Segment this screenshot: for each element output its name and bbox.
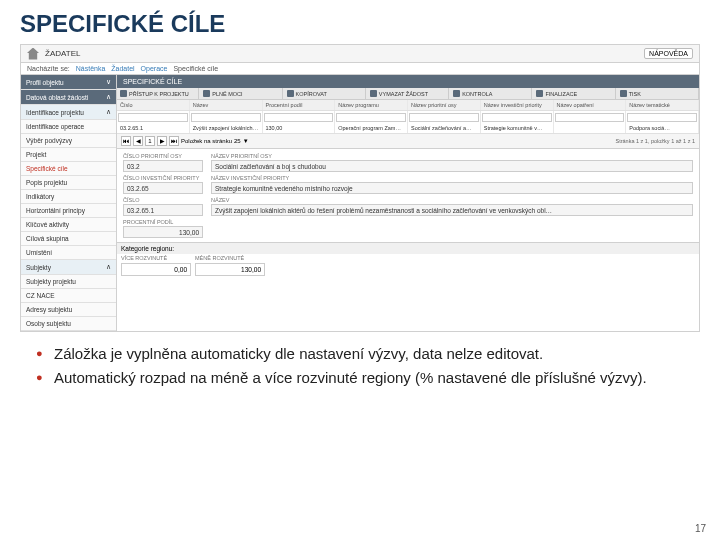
region-headers: VÍCE ROZVINUTÉ MÉNĚ ROZVINUTÉ [117, 254, 699, 262]
sidebar-item[interactable]: Subjekty∧ [21, 260, 116, 275]
column-header[interactable]: Název tematické [626, 100, 699, 110]
sidebar-item[interactable]: Specifické cíle [21, 162, 116, 176]
column-filter[interactable] [191, 113, 261, 122]
breadcrumb-item: Specifické cíle [173, 65, 218, 72]
grid-cell: Strategie komunitně v… [481, 123, 554, 133]
pager-label: Položek na stránku [181, 138, 232, 144]
field-label: PROCENTNÍ PODÍL [123, 219, 203, 225]
grid-filters [117, 111, 699, 123]
toolbar-button[interactable]: VYMAZAT ŽÁDOST [367, 88, 449, 99]
breadcrumb: Nacházíte se: Nástěnka Žadatel Operace S… [21, 63, 699, 75]
sidebar-item[interactable]: Identifikace projektu∧ [21, 105, 116, 120]
page-prev-icon[interactable]: ◀ [133, 136, 143, 146]
sidebar: Profil objektu∨Datová oblast žádosti∧Ide… [21, 75, 117, 331]
sidebar-item[interactable]: Umístění [21, 246, 116, 260]
sidebar-item[interactable]: Adresy subjektu [21, 303, 116, 317]
top-bar: ŽADATEL NÁPOVĚDA [21, 45, 699, 63]
page-first-icon[interactable]: ⏮ [121, 136, 131, 146]
column-filter[interactable] [336, 113, 406, 122]
toolbar-icon [453, 90, 460, 97]
breadcrumb-label: Nacházíte se: [27, 65, 70, 72]
region-value: 0,00 [121, 263, 191, 276]
column-filter[interactable] [627, 113, 697, 122]
sidebar-item[interactable]: Projekt [21, 148, 116, 162]
grid-cell: Sociální začleňování a… [408, 123, 481, 133]
toolbar-button[interactable]: KONTROLA [450, 88, 532, 99]
sidebar-item[interactable]: Indikátory [21, 190, 116, 204]
toolbar-icon [287, 90, 294, 97]
bullet-item: Záložka je vyplněna automaticky dle nast… [36, 344, 690, 364]
sidebar-item[interactable]: Subjekty projektu [21, 275, 116, 289]
bullet-item: Automatický rozpad na méně a více rozvin… [36, 368, 690, 388]
sidebar-item[interactable]: Popis projektu [21, 176, 116, 190]
column-filter[interactable] [482, 113, 552, 122]
field-value: 03.2.65.1 [123, 204, 203, 216]
pager-size[interactable]: 25 [234, 138, 241, 144]
toolbar-icon [620, 90, 627, 97]
toolbar-button[interactable]: PLNÉ MOCI [200, 88, 282, 99]
column-header[interactable]: Název opatření [554, 100, 627, 110]
toolbar-icon [120, 90, 127, 97]
column-header[interactable]: Procentní podíl [263, 100, 336, 110]
grid-header: ČísloNázevProcentní podílNázev programuN… [117, 100, 699, 111]
toolbar-button[interactable]: PŘÍSTUP K PROJEKTU [117, 88, 199, 99]
region-values: 0,00 130,00 [117, 262, 699, 280]
field-label: ČÍSLO PRIORITNÍ OSY [123, 153, 203, 159]
breadcrumb-item[interactable]: Nástěnka [76, 65, 106, 72]
applicant-label[interactable]: ŽADATEL [45, 49, 80, 58]
help-button[interactable]: NÁPOVĚDA [644, 48, 693, 59]
toolbar-icon [370, 90, 377, 97]
sidebar-item[interactable]: Klíčové aktivity [21, 218, 116, 232]
column-header[interactable]: Název prioritní osy [408, 100, 481, 110]
column-filter[interactable] [118, 113, 188, 122]
region-label: VÍCE ROZVINUTÉ [121, 255, 191, 261]
panel-title: SPECIFICKÉ CÍLE [117, 75, 699, 88]
sidebar-item[interactable]: Osoby subjektu [21, 317, 116, 331]
home-icon[interactable] [27, 48, 39, 60]
field-value: Strategie komunitně vedeného místního ro… [211, 182, 693, 194]
sidebar-item[interactable]: Cílová skupina [21, 232, 116, 246]
sidebar-item[interactable]: Identifikace operace [21, 120, 116, 134]
field-label: NÁZEV INVESTIČNÍ PRIORITY [211, 175, 693, 181]
slide-bullets: Záložka je vyplněna automaticky dle nast… [0, 332, 720, 401]
column-header[interactable]: Název investiční priority [481, 100, 554, 110]
grid-cell: Zvýšit zapojení lokálních akt… [190, 123, 263, 133]
grid-cell [554, 123, 627, 133]
grid-row[interactable]: 03.2.65.1Zvýšit zapojení lokálních akt…1… [117, 123, 699, 134]
sidebar-item[interactable]: Výběr podvýzvy [21, 134, 116, 148]
column-header[interactable]: Název [190, 100, 263, 110]
field-value: 130,00 [123, 226, 203, 238]
column-header[interactable]: Název programu [335, 100, 408, 110]
field-label: ČÍSLO INVESTIČNÍ PRIORITY [123, 175, 203, 181]
grid-cell: Operační program Zam… [335, 123, 408, 133]
slide-title: SPECIFICKÉ CÍLE [0, 0, 720, 44]
grid-cell: 03.2.65.1 [117, 123, 190, 133]
toolbar: PŘÍSTUP K PROJEKTUPLNÉ MOCIKOPÍROVATVYMA… [117, 88, 699, 100]
field-value: 03.2.65 [123, 182, 203, 194]
breadcrumb-item[interactable]: Operace [141, 65, 168, 72]
page-next-icon[interactable]: ▶ [157, 136, 167, 146]
sidebar-item[interactable]: CZ NACE [21, 289, 116, 303]
toolbar-button[interactable]: TISK [617, 88, 699, 99]
grid-cell: 130,00 [263, 123, 336, 133]
sidebar-item[interactable]: Horizontální principy [21, 204, 116, 218]
toolbar-icon [536, 90, 543, 97]
sidebar-item[interactable]: Datová oblast žádosti∧ [21, 90, 116, 105]
field-label: NÁZEV PRIORITNÍ OSY [211, 153, 693, 159]
column-header[interactable]: Číslo [117, 100, 190, 110]
sidebar-item[interactable]: Profil objektu∨ [21, 75, 116, 90]
category-label: Kategorie regionu: [117, 242, 699, 254]
column-filter[interactable] [264, 113, 334, 122]
toolbar-button[interactable]: FINALIZACE [533, 88, 615, 99]
breadcrumb-item[interactable]: Žadatel [111, 65, 134, 72]
page-last-icon[interactable]: ⏭ [169, 136, 179, 146]
grid-cell: Podpora sociá… [626, 123, 699, 133]
field-label: NÁZEV [211, 197, 693, 203]
page-num[interactable]: 1 [145, 136, 155, 146]
column-filter[interactable] [555, 113, 625, 122]
toolbar-button[interactable]: KOPÍROVAT [284, 88, 366, 99]
field-value: Sociální začleňování a boj s chudobou [211, 160, 693, 172]
field-label: ČÍSLO [123, 197, 203, 203]
column-filter[interactable] [409, 113, 479, 122]
region-label: MÉNĚ ROZVINUTÉ [195, 255, 265, 261]
